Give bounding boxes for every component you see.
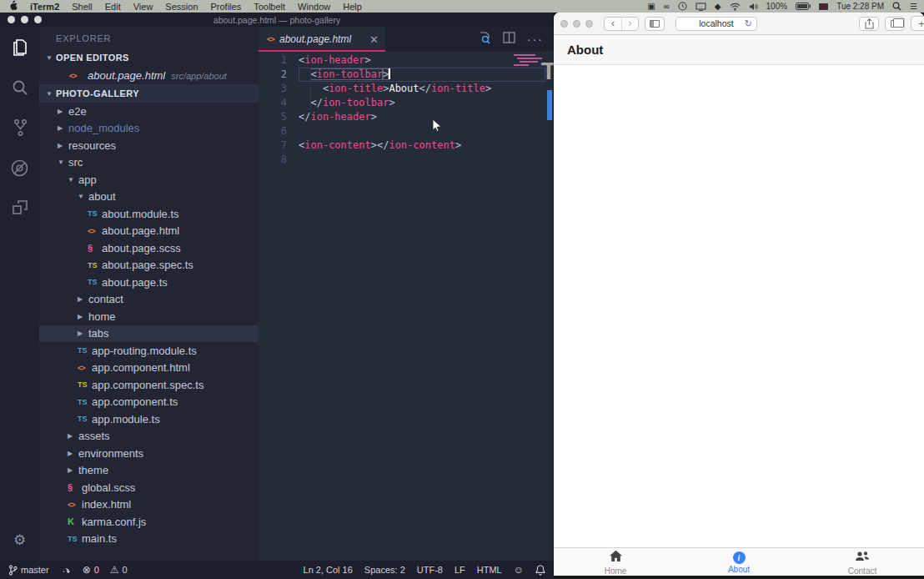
history-nav: ‹ › — [604, 17, 639, 31]
search-icon[interactable] — [9, 77, 31, 98]
menu-shell[interactable]: Shell — [72, 2, 92, 12]
tree-folder-home[interactable]: ▶home — [39, 308, 259, 325]
debug-icon[interactable] — [9, 157, 31, 179]
tree-folder-contact[interactable]: ▶contact — [39, 291, 259, 309]
reload-icon[interactable]: ↻ — [745, 18, 752, 29]
tree-file-index.html[interactable]: <>index.html — [39, 496, 259, 514]
tree-file-about.page.spec.ts[interactable]: TSabout.page.spec.ts — [39, 257, 259, 274]
time-machine-icon[interactable] — [678, 2, 687, 11]
tree-folder-assets[interactable]: ▶assets — [39, 428, 259, 446]
tree-folder-app[interactable]: ▼app — [39, 171, 259, 189]
tree-file-about.page.html[interactable]: <>about.page.html — [39, 223, 259, 240]
ion-tab-contact[interactable]: Contact — [801, 549, 924, 576]
tab-about-page-html[interactable]: <> about.page.html ✕ — [259, 27, 385, 52]
screen-record-icon[interactable]: ▣ — [647, 3, 655, 11]
tree-file-karma.conf.js[interactable]: Kkarma.conf.js — [39, 513, 259, 531]
close-tab-icon[interactable]: ✕ — [369, 33, 379, 46]
minimize-window-button[interactable] — [21, 16, 28, 23]
notifications[interactable] — [535, 565, 545, 576]
tree-file-app.component.html[interactable]: <>app.component.html — [39, 360, 259, 377]
menu-iterm2[interactable]: iTerm2 — [30, 2, 59, 12]
notification-center-icon[interactable]: ☰ — [910, 3, 917, 11]
menu-profiles[interactable]: Profiles — [211, 2, 242, 12]
tree-file-app-routing.module.ts[interactable]: TSapp-routing.module.ts — [39, 342, 259, 360]
close-window-button[interactable] — [8, 16, 15, 23]
menu-session[interactable]: Session — [165, 2, 198, 12]
volume-icon[interactable] — [749, 3, 758, 11]
code-editor[interactable]: 1<ion-header>2 <ion-toolbar>3 <ion-title… — [259, 52, 554, 561]
open-editor-label: about.page.html — [88, 69, 165, 82]
line-number: 1 — [259, 53, 299, 68]
tree-file-about.page.scss[interactable]: §about.page.scss — [39, 239, 259, 257]
warning-count[interactable]: ⚠0 — [110, 565, 128, 575]
tree-file-app.component.ts[interactable]: TSapp.component.ts — [39, 394, 259, 411]
menu-toolbelt[interactable]: Toolbelt — [254, 2, 285, 12]
feedback[interactable]: ☺ — [514, 565, 524, 575]
ion-tab-about[interactable]: iAbout — [677, 550, 801, 574]
new-tab-button[interactable]: + — [911, 16, 924, 31]
tree-file-app.component.spec.ts[interactable]: TSapp.component.spec.ts — [39, 376, 259, 394]
tab-overview-button[interactable] — [885, 17, 905, 31]
cursor-position[interactable]: Ln 2, Col 16 — [304, 565, 353, 575]
keystroke-icon[interactable]: ◆ — [715, 3, 721, 11]
minimap[interactable] — [514, 53, 544, 68]
extensions-icon[interactable] — [9, 197, 31, 219]
tree-folder-src[interactable]: ▼src — [39, 154, 259, 172]
ion-tab-home[interactable]: Home — [554, 548, 677, 576]
sidebar-toggle-button[interactable] — [645, 17, 665, 31]
git-branch[interactable]: master — [8, 565, 49, 576]
menu-view[interactable]: View — [133, 2, 153, 12]
sync-changes[interactable] — [60, 566, 72, 575]
source-control-icon[interactable] — [9, 117, 31, 138]
display-mirroring-icon[interactable] — [696, 3, 706, 11]
apple-menu-icon[interactable] — [8, 0, 18, 13]
line-number: 2 — [259, 68, 299, 82]
menu-window[interactable]: Window — [298, 2, 330, 12]
tree-folder-theme[interactable]: ▶theme — [39, 462, 259, 480]
forward-button[interactable]: › — [621, 18, 638, 30]
battery-icon[interactable] — [796, 3, 811, 10]
open-editor-item[interactable]: <> about.page.html src/app/about — [39, 67, 259, 84]
close-window-button[interactable] — [560, 20, 568, 28]
glasses-icon[interactable]: ∞ — [664, 3, 670, 11]
open-preview-icon[interactable] — [478, 31, 491, 48]
tree-folder-node_modules[interactable]: ▶node_modules — [39, 120, 259, 138]
input-language-flag-icon[interactable] — [819, 3, 828, 10]
split-editor-icon[interactable] — [503, 32, 515, 47]
settings-gear-icon[interactable]: ⚙ — [0, 531, 39, 549]
spotlight-icon[interactable] — [892, 2, 901, 11]
tree-folder-about[interactable]: ▼about — [39, 189, 259, 206]
tree-file-main.ts[interactable]: TSmain.ts — [39, 531, 259, 548]
tree-file-about.page.ts[interactable]: TSabout.page.ts — [39, 274, 259, 291]
back-button[interactable]: ‹ — [605, 18, 621, 30]
tree-folder-e2e[interactable]: ▶e2e — [39, 103, 259, 120]
minimize-window-button[interactable] — [573, 20, 580, 28]
vscode-titlebar[interactable]: about.page.html — photo-gallery — [0, 13, 554, 27]
encoding[interactable]: UTF-8 — [417, 565, 443, 575]
menu-help[interactable]: Help — [343, 2, 362, 12]
explorer-icon[interactable] — [9, 37, 31, 58]
more-actions-icon[interactable]: ··· — [527, 33, 544, 46]
language-mode[interactable]: HTML — [477, 565, 502, 575]
tree-folder-environments[interactable]: ▶environments — [39, 445, 259, 462]
tree-folder-tabs[interactable]: ▶tabs — [39, 325, 259, 343]
tree-file-about.module.ts[interactable]: TSabout.module.ts — [39, 205, 259, 223]
tree-folder-resources[interactable]: ▶resources — [39, 137, 259, 154]
indentation[interactable]: Spaces: 2 — [364, 565, 405, 575]
tree-file-global.scss[interactable]: §global.scss — [39, 479, 259, 496]
menu-edit[interactable]: Edit — [105, 2, 121, 12]
tree-file-app.module.ts[interactable]: TSapp.module.ts — [39, 410, 259, 428]
macos-menubar: iTerm2ShellEditViewSessionProfilesToolbe… — [0, 0, 924, 13]
address-bar[interactable]: localhost ↻ — [675, 17, 757, 31]
zoom-window-button[interactable] — [34, 16, 42, 23]
eol-sequence[interactable]: LF — [454, 565, 465, 575]
editor-scrollbar[interactable] — [547, 90, 552, 120]
open-editors-header[interactable]: ▼ OPEN EDITORS — [39, 48, 259, 67]
zoom-window-button[interactable] — [585, 20, 593, 28]
error-count[interactable]: ⊗0 — [83, 565, 99, 575]
typescript-file-icon: TS — [88, 209, 102, 218]
indent-guide — [310, 68, 311, 110]
project-root-header[interactable]: ▼ PHOTO-GALLERY — [39, 84, 259, 103]
wifi-icon[interactable] — [730, 3, 741, 11]
share-button[interactable] — [859, 17, 879, 31]
